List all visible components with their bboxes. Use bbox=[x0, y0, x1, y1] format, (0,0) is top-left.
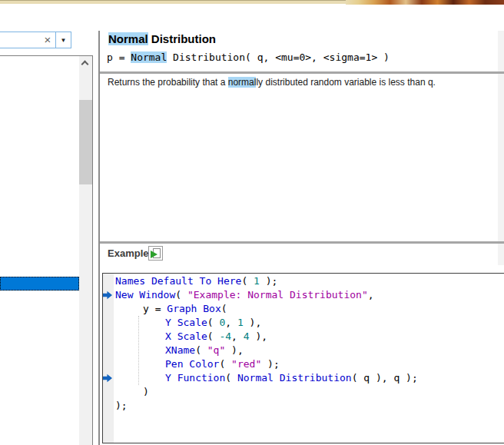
code-line[interactable]: ); bbox=[114, 399, 504, 413]
example-label: Example bbox=[108, 247, 148, 259]
search-dropdown-button[interactable]: ▼ bbox=[55, 32, 71, 48]
example-divider bbox=[100, 241, 504, 244]
code-line[interactable]: Pen Color( "red" ); bbox=[114, 357, 504, 371]
clear-search-icon[interactable]: × bbox=[40, 32, 55, 48]
code-line[interactable]: y = Graph Box( bbox=[114, 302, 504, 316]
signature-post: Distribution( q, <mu=0>, <sigma=1> ) bbox=[167, 51, 390, 63]
function-signature: p = Normal Distribution( q, <mu=0>, <sig… bbox=[107, 51, 390, 63]
code-text: New Window( "Example: Normal Distributio… bbox=[115, 289, 374, 301]
code-text: Y Function( Normal Distribution( q ), q … bbox=[165, 372, 418, 384]
code-text: XName( "q" ), bbox=[165, 344, 244, 356]
code-line[interactable]: X Scale( -4, 4 ), bbox=[114, 330, 504, 344]
description-pre: Returns the probability that a bbox=[108, 77, 228, 88]
description-post: ly distributed random variable is less t… bbox=[256, 77, 435, 88]
code-lines[interactable]: Names Default To Here( 1 );New Window( "… bbox=[114, 274, 504, 413]
selected-list-item[interactable] bbox=[0, 277, 79, 291]
scrollbar-thumb[interactable] bbox=[79, 100, 92, 184]
code-text: y = Graph Box( bbox=[143, 303, 227, 314]
doc-scrollbar-track[interactable] bbox=[498, 31, 504, 265]
scripting-index-window: { "colors": { "highlight": "#a9d7f5", "s… bbox=[0, 0, 504, 445]
scroll-up-button[interactable] bbox=[79, 56, 92, 69]
run-play-icon bbox=[151, 251, 158, 258]
signature-pre: p = bbox=[107, 51, 131, 63]
desktop-wallpaper-photo bbox=[346, 0, 504, 5]
header-divider bbox=[100, 71, 504, 74]
title-highlight: Normal bbox=[108, 32, 148, 45]
code-line[interactable]: XName( "q" ), bbox=[114, 344, 504, 357]
search-combobox[interactable]: × ▼ bbox=[0, 32, 71, 48]
run-script-button[interactable] bbox=[148, 246, 163, 261]
panel-splitter[interactable] bbox=[98, 31, 100, 445]
description-highlight: normal bbox=[228, 77, 257, 88]
code-gutter[interactable] bbox=[103, 274, 114, 443]
results-list[interactable] bbox=[0, 55, 93, 445]
chevron-up-icon bbox=[81, 61, 89, 68]
code-text: ) bbox=[143, 386, 149, 397]
code-text: Pen Color( "red" ); bbox=[165, 358, 280, 370]
code-text: X Scale( -4, 4 ), bbox=[165, 330, 267, 342]
list-scrollbar[interactable] bbox=[79, 56, 92, 445]
page-title: Normal Distribution bbox=[108, 32, 216, 45]
code-text: Names Default To Here( 1 ); bbox=[115, 275, 277, 287]
description-text: Returns the probability that a normally … bbox=[108, 77, 436, 88]
code-line[interactable]: Names Default To Here( 1 ); bbox=[114, 274, 504, 288]
code-text: ); bbox=[115, 400, 128, 411]
search-input[interactable] bbox=[0, 32, 40, 48]
code-text: Y Scale( 0, 1 ), bbox=[165, 317, 261, 328]
code-line[interactable]: ) bbox=[114, 385, 504, 399]
code-editor[interactable]: Names Default To Here( 1 );New Window( "… bbox=[102, 273, 504, 443]
code-line[interactable]: Y Scale( 0, 1 ), bbox=[114, 316, 504, 330]
code-line[interactable]: Y Function( Normal Distribution( q ), q … bbox=[114, 371, 504, 385]
code-line[interactable]: New Window( "Example: Normal Distributio… bbox=[114, 288, 504, 302]
title-post: Distribution bbox=[148, 32, 216, 45]
signature-highlight: Normal bbox=[131, 51, 167, 63]
